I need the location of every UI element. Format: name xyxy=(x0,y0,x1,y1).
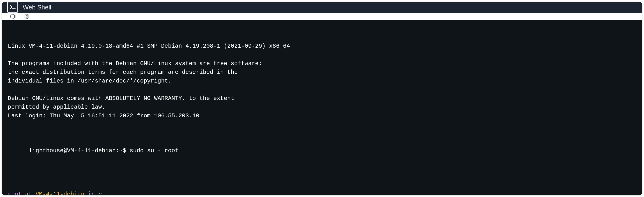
motd-line: Linux VM-4-11-debian 4.19.0-18-amd64 #1 … xyxy=(8,42,636,50)
terminal-output[interactable]: Linux VM-4-11-debian 4.19.0-18-amd64 #1 … xyxy=(2,20,642,195)
svg-marker-14 xyxy=(25,14,29,19)
web-shell-window: Web Shell Linux VM-4-11-debian 4.19.0-18… xyxy=(2,2,642,195)
motd-line: the exact distribution terms for each pr… xyxy=(8,68,636,77)
prompt-path: ~ xyxy=(98,191,102,195)
chip-icon[interactable] xyxy=(9,13,16,20)
motd-line xyxy=(8,86,636,94)
initial-prompt: lighthouse@VM-4-11-debian:~$ xyxy=(28,148,130,154)
window-title: Web Shell xyxy=(23,4,51,11)
terminal-icon xyxy=(7,2,18,12)
motd-line: individual files in /usr/share/doc/*/cop… xyxy=(8,77,636,86)
blank-line xyxy=(8,181,636,190)
prompt-header: root at VM-4-11-debian in ~ xyxy=(8,190,636,195)
svg-point-15 xyxy=(26,16,28,17)
initial-command: sudo su - root xyxy=(130,148,178,154)
motd-line: Debian GNU/Linux comes with ABSOLUTELY N… xyxy=(8,94,636,103)
motd-line: permitted by applicable law. xyxy=(8,103,636,112)
titlebar: Web Shell xyxy=(2,2,642,13)
prompt-host: VM-4-11-debian xyxy=(36,191,84,195)
motd-line: Last login: Thu May 5 16:51:11 2022 from… xyxy=(8,112,636,120)
toolbar xyxy=(2,13,642,20)
settings-icon[interactable] xyxy=(23,13,30,20)
motd-line: The programs included with the Debian GN… xyxy=(8,59,636,68)
prompt-user: root xyxy=(8,191,22,195)
svg-rect-1 xyxy=(11,15,14,18)
motd-line xyxy=(8,50,636,59)
